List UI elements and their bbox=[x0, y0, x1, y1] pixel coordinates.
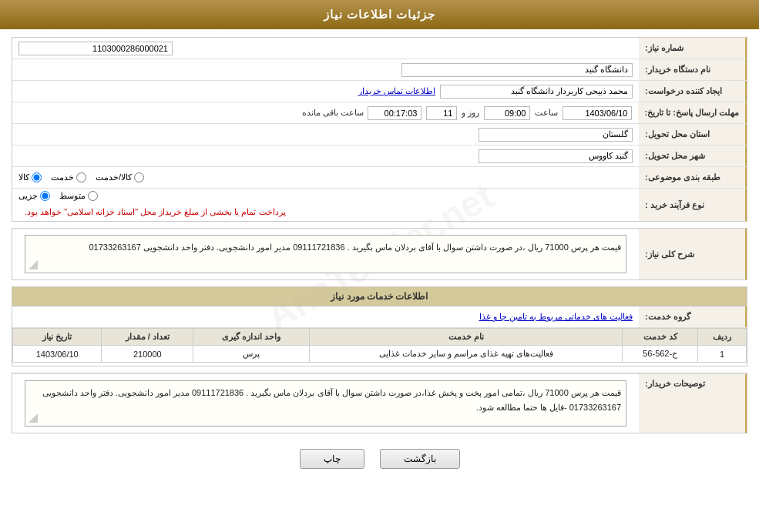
col-date: تاریخ نیاز bbox=[13, 329, 102, 346]
table-row: 1 ح-562-56 فعالیت‌های تهیه غذای مراسم و … bbox=[13, 346, 747, 363]
cell-date: 1403/06/10 bbox=[13, 346, 102, 363]
province-label: استان محل تحویل: bbox=[639, 124, 747, 145]
niaz-number-row: شماره نیاز: bbox=[12, 38, 747, 59]
purchase-mutavasset: متوسط bbox=[59, 191, 98, 201]
creator-label: ایجاد کننده درخواست: bbox=[639, 81, 747, 102]
buyer-org-input[interactable] bbox=[401, 63, 633, 77]
services-table: ردیف کد خدمت نام خدمت واحد اندازه گیری ت… bbox=[12, 328, 747, 363]
city-value bbox=[12, 147, 639, 166]
cell-quantity: 210000 bbox=[102, 346, 193, 363]
cell-unit: پرس bbox=[193, 346, 310, 363]
buyer-org-row: نام دستگاه خریدار: bbox=[12, 59, 747, 81]
col-service-code: کد خدمت bbox=[623, 329, 698, 346]
creator-group: اطلاعات تماس خریدار bbox=[12, 82, 639, 101]
buyer-notes-row: توصیحات خریدار: قیمت هر پرس 71000 ریال ،… bbox=[12, 373, 747, 433]
cell-row-num: 1 bbox=[698, 346, 747, 363]
deadline-time-input[interactable] bbox=[484, 106, 530, 120]
niaz-number-input[interactable] bbox=[18, 42, 173, 55]
page-header: جزئیات اطلاعات نیاز bbox=[0, 0, 759, 29]
contact-link[interactable]: اطلاعات تماس خریدار bbox=[358, 86, 435, 96]
col-quantity: تعداد / مقدار bbox=[102, 329, 193, 346]
service-group-row: گروه خدمت: فعالیت های خدماتی مربوط به تا… bbox=[12, 306, 747, 328]
category-kala-radio[interactable] bbox=[32, 172, 42, 182]
services-section: اطلاعات خدمات مورد نیاز گروه خدمت: فعالی… bbox=[12, 286, 747, 366]
category-kala-khidmat-radio[interactable] bbox=[134, 172, 144, 182]
purchase-mutavasset-radio[interactable] bbox=[88, 191, 98, 201]
category-radio-group: کالا/خدمت خدمت کالا bbox=[12, 170, 639, 185]
remaining-label: ساعت باقی مانده bbox=[302, 108, 364, 118]
col-unit: واحد اندازه گیری bbox=[193, 329, 310, 346]
col-row-num: ردیف bbox=[698, 329, 747, 346]
remaining-time-input[interactable] bbox=[368, 106, 421, 120]
description-row: شرح کلی نیاز: قیمت هر پرس 71000 ریال ،در… bbox=[12, 229, 747, 279]
category-khidmat-radio[interactable] bbox=[76, 172, 86, 182]
purchase-type-label: نوع فرآیند خرید : bbox=[639, 189, 747, 221]
purchase-jozi: جزیی bbox=[18, 191, 50, 201]
col-service-name: نام خدمت bbox=[310, 329, 623, 346]
province-value bbox=[12, 125, 639, 144]
province-input[interactable] bbox=[479, 128, 633, 142]
purchase-mutavasset-label: متوسط bbox=[59, 191, 86, 201]
buyer-notes-box: قیمت هر پرس 71000 ریال ،تمامی امور پخت و… bbox=[25, 380, 626, 427]
creator-row: ایجاد کننده درخواست: اطلاعات تماس خریدار bbox=[12, 81, 747, 102]
category-kala: کالا bbox=[18, 172, 42, 182]
buyer-notes-label: توصیحات خریدار: bbox=[639, 374, 747, 433]
niaz-number-value bbox=[12, 39, 639, 58]
deadline-row: مهلت ارسال پاسخ: تا تاریخ: ساعت روز و سا… bbox=[12, 102, 747, 124]
category-khidmat-label: خدمت bbox=[51, 172, 74, 182]
buyer-org-value bbox=[12, 61, 639, 79]
service-group-link[interactable]: فعالیت های خدماتی مربوط به تامین جا و غذ… bbox=[473, 309, 639, 324]
bottom-buttons: بازگشت چاپ bbox=[12, 440, 747, 475]
deadline-date-input[interactable] bbox=[563, 106, 632, 120]
category-label: طبقه بندی موضوعی: bbox=[639, 167, 747, 188]
province-row: استان محل تحویل: bbox=[12, 124, 747, 146]
buyer-notes-content: قیمت هر پرس 71000 ریال ،تمامی امور پخت و… bbox=[12, 374, 639, 433]
services-table-container: ردیف کد خدمت نام خدمت واحد اندازه گیری ت… bbox=[12, 328, 747, 366]
description-value: قیمت هر پرس 71000 ریال ،در صورت داشتن سو… bbox=[12, 229, 639, 279]
city-label: شهر محل تحویل: bbox=[639, 146, 747, 166]
description-box: قیمت هر پرس 71000 ریال ،در صورت داشتن سو… bbox=[25, 235, 626, 273]
niaz-number-label: شماره نیاز: bbox=[639, 38, 747, 59]
main-form: شماره نیاز: نام دستگاه خریدار: ایجاد کنن… bbox=[12, 37, 747, 222]
buyer-org-label: نام دستگاه خریدار: bbox=[639, 59, 747, 80]
city-input[interactable] bbox=[479, 149, 633, 163]
category-row: طبقه بندی موضوعی: کالا/خدمت خدمت کالا bbox=[12, 167, 747, 189]
purchase-type-row: نوع فرآیند خرید : متوسط جزیی پرداخت تمام… bbox=[12, 189, 747, 221]
city-row: شهر محل تحویل: bbox=[12, 146, 747, 167]
deadline-days-input[interactable] bbox=[426, 106, 457, 120]
table-header-row: ردیف کد خدمت نام خدمت واحد اندازه گیری ت… bbox=[13, 329, 747, 346]
deadline-group: ساعت روز و ساعت باقی مانده bbox=[12, 104, 638, 122]
services-section-title: اطلاعات خدمات مورد نیاز bbox=[12, 287, 747, 306]
description-label: شرح کلی نیاز: bbox=[639, 229, 747, 279]
description-section: شرح کلی نیاز: قیمت هر پرس 71000 ریال ،در… bbox=[12, 228, 747, 280]
deadline-label: مهلت ارسال پاسخ: تا تاریخ: bbox=[638, 102, 747, 123]
page-title: جزئیات اطلاعات نیاز bbox=[324, 8, 435, 21]
cell-service-code: ح-562-56 bbox=[623, 346, 698, 363]
purchase-jozi-radio[interactable] bbox=[40, 191, 50, 201]
deadline-day-label: روز و bbox=[462, 108, 479, 118]
creator-input[interactable] bbox=[440, 85, 633, 99]
category-kala-khidmat-label: کالا/خدمت bbox=[96, 172, 132, 182]
category-khidmat: خدمت bbox=[51, 172, 86, 182]
category-kala-khidmat: کالا/خدمت bbox=[96, 172, 144, 182]
service-group-label: گروه خدمت: bbox=[639, 306, 747, 327]
buyer-notes-section: توصیحات خریدار: قیمت هر پرس 71000 ریال ،… bbox=[12, 373, 747, 433]
category-kala-label: کالا bbox=[18, 172, 29, 182]
deadline-time-label: ساعت bbox=[535, 108, 558, 118]
remaining-time-group: ساعت باقی مانده bbox=[302, 106, 421, 120]
purchase-type-group: متوسط جزیی پرداخت تمام یا بخشی از مبلغ خ… bbox=[12, 189, 639, 221]
purchase-jozi-label: جزیی bbox=[18, 191, 38, 201]
cell-service-name: فعالیت‌های تهیه غذای مراسم و سایر خدمات … bbox=[310, 346, 623, 363]
purchase-note: پرداخت تمام یا بخشی از مبلغ خریداز محل "… bbox=[18, 206, 292, 219]
back-button[interactable]: بازگشت bbox=[380, 449, 460, 469]
print-button[interactable]: چاپ bbox=[300, 449, 364, 469]
